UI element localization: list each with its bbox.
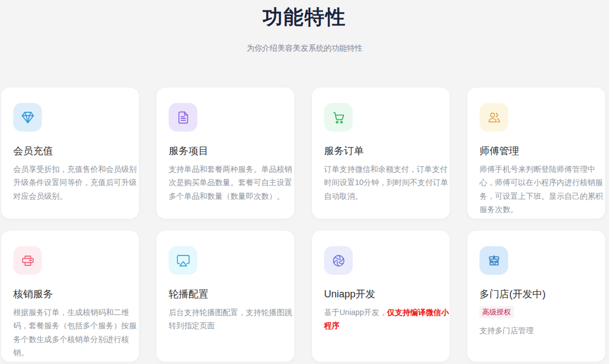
feature-card-desc: 后台支持轮播图配置，支持轮播图跳转到指定页面 (169, 306, 294, 332)
desc-text: 根据服务订单，生成核销码和二维码，套餐服务（包括多个服务）按服务个数生成多个核销… (13, 308, 137, 356)
users-icon (487, 110, 502, 125)
feature-card: Uniapp开发 基于Uniapp开发，仅支持编译微信小程序 (312, 231, 450, 362)
feature-card: 轮播配置 后台支持轮播图配置，支持轮播图跳转到指定页面 (157, 231, 294, 362)
feature-card-desc: 支持多门店管理 (479, 324, 605, 337)
feature-card: 服务订单 订单支持微信和余额支付，订单支付时间设置10分钟，到时间不支付订单自动… (312, 88, 450, 219)
feature-card: 多门店(开发中) 高级授权 支持多门店管理 (467, 231, 605, 362)
page-subtitle: 为你介绍美容美发系统的功能特性 (0, 44, 609, 53)
feature-icon-box (169, 103, 197, 132)
feature-card-title: 师傅管理 (479, 145, 599, 157)
feature-icon-box (13, 103, 42, 132)
feature-card-title: 轮播配置 (169, 288, 288, 301)
document-icon (176, 110, 191, 125)
feature-card: 服务项目 支持单品和套餐两种服务。单品核销次是购买单品数量。套餐可自主设置多个单… (157, 88, 294, 219)
aperture-icon (331, 253, 346, 268)
feature-card: 核销服务 根据服务订单，生成核销码和二维码，套餐服务（包括多个服务）按服务个数生… (1, 231, 139, 362)
feature-card-title: 核销服务 (13, 288, 132, 301)
desc-text: 订单支持微信和余额支付，订单支付时间设置10分钟，到时间不支付订单自动取消。 (324, 165, 449, 200)
feature-card-desc: 根据服务订单，生成核销码和二维码，套餐服务（包括多个服务）按服务个数生成多个核销… (13, 306, 138, 358)
feature-card: 会员充值 会员享受折扣，充值售价和会员级别升级条件设置同等价，充值后可升级对应会… (1, 88, 139, 219)
feature-icon-box (479, 103, 508, 132)
desc-text: 支持多门店管理 (479, 326, 533, 335)
printer-icon (20, 253, 35, 268)
feature-card-title: 服务项目 (169, 145, 288, 157)
feature-card-desc: 师傅手机号来判断登陆师傅管理中心，师傅可以在小程序内进行核销服务，可设置上下班。… (479, 162, 605, 215)
feature-card-grid: 会员充值 会员享受折扣，充值售价和会员级别升级条件设置同等价，充值后可升级对应会… (0, 88, 609, 362)
store-icon (487, 253, 502, 268)
feature-icon-box (324, 103, 353, 132)
desc-text: 支持单品和套餐两种服务。单品核销次是购买单品数量。套餐可自主设置多个单品和数量（… (169, 165, 292, 200)
feature-icon-box (479, 246, 508, 275)
desc-text: 会员享受折扣，充值售价和会员级别升级条件设置同等价，充值后可升级对应会员级别。 (13, 165, 137, 200)
page-title: 功能特性 (0, 4, 609, 29)
feature-card: 师傅管理 师傅手机号来判断登陆师傅管理中心，师傅可以在小程序内进行核销服务，可设… (467, 88, 605, 219)
feature-card-title: 会员充值 (13, 145, 132, 157)
feature-card-title: Uniapp开发 (324, 288, 443, 301)
airplay-icon (176, 253, 191, 268)
feature-card-desc: 会员享受折扣，充值售价和会员级别升级条件设置同等价，充值后可升级对应会员级别。 (13, 162, 138, 202)
feature-icon-box (13, 246, 42, 275)
feature-icon-box (169, 246, 197, 275)
desc-text: 基于Uniapp开发， (324, 308, 387, 317)
premium-auth-badge: 高级授权 (479, 306, 514, 318)
feature-card-desc: 基于Uniapp开发，仅支持编译微信小程序 (324, 306, 449, 332)
desc-text: 后台支持轮播图配置，支持轮播图跳转到指定页面 (169, 308, 292, 330)
gem-icon (20, 110, 35, 125)
shopping-cart-icon (331, 110, 346, 125)
feature-card-desc: 订单支持微信和余额支付，订单支付时间设置10分钟，到时间不支付订单自动取消。 (324, 162, 449, 202)
features-page: 功能特性 为你介绍美容美发系统的功能特性 会员充值 会员享受折扣，充值售价和会员… (0, 0, 609, 364)
feature-icon-box (324, 246, 353, 275)
features-header: 功能特性 为你介绍美容美发系统的功能特性 (0, 0, 609, 53)
feature-card-desc: 支持单品和套餐两种服务。单品核销次是购买单品数量。套餐可自主设置多个单品和数量（… (169, 162, 294, 202)
feature-card-title: 多门店(开发中) (479, 288, 599, 301)
desc-text: 师傅手机号来判断登陆师傅管理中心，师傅可以在小程序内进行核销服务，可设置上下班。… (479, 165, 603, 213)
feature-card-title: 服务订单 (324, 145, 443, 157)
